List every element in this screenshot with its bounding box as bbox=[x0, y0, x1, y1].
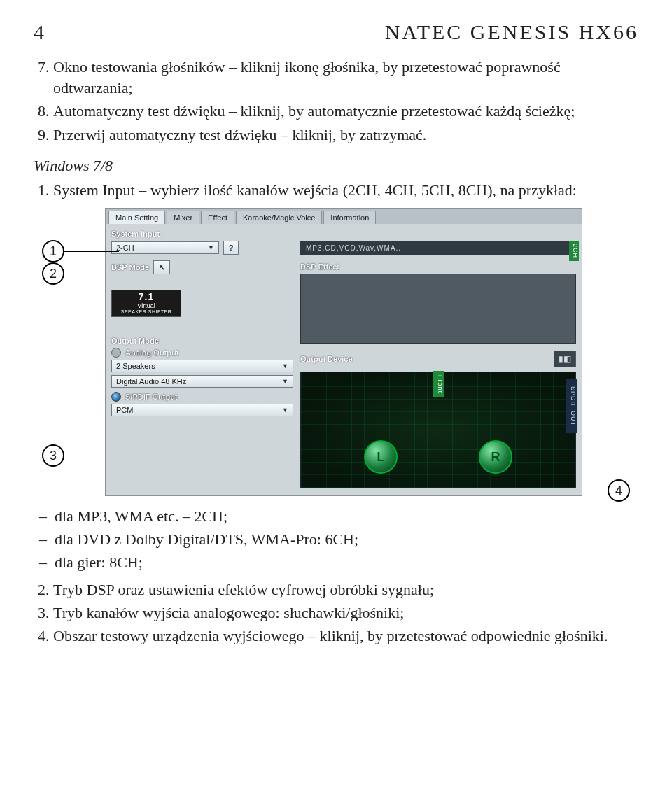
digital-audio-value: Digital Audio 48 KHz bbox=[116, 377, 186, 386]
dsp-effect-label: DSP Effect bbox=[300, 262, 576, 271]
spdif-output-value: PCM bbox=[116, 406, 133, 414]
analog-output-label: Analog Output bbox=[125, 348, 178, 357]
output-device-label: Output Device bbox=[300, 355, 353, 363]
radio-icon bbox=[111, 348, 121, 358]
page-number: 4 bbox=[34, 20, 44, 44]
bullet-list: dla MP3, WMA etc. – 2CH; dla DVD z Dolby… bbox=[34, 506, 638, 572]
analog-output-radio[interactable]: Analog Output bbox=[111, 348, 293, 358]
callout-2: 2 bbox=[42, 262, 64, 285]
callout-line bbox=[581, 491, 608, 491]
analog-output-value: 2 Speakers bbox=[116, 362, 155, 370]
system-input-dropdown[interactable]: 2-CH ▼ bbox=[111, 241, 219, 254]
callout-3: 3 bbox=[42, 444, 64, 467]
callout-line bbox=[64, 274, 119, 274]
dsp-mode-toggle[interactable]: ↖ bbox=[153, 260, 170, 274]
tab-effect[interactable]: Effect bbox=[201, 211, 234, 224]
virtual-badge-bot: SPEAKER SHIFTER bbox=[115, 309, 178, 315]
app-window: Main Setting Mixer Effect Karaoke/Magic … bbox=[105, 208, 582, 496]
list-item-7: Okno testowania głośników – kliknij ikon… bbox=[53, 57, 638, 98]
formats-text: MP3,CD,VCD,Wav,WMA.. bbox=[306, 244, 401, 252]
continued-numbered-list: Tryb DSP oraz ustawienia efektów cyfrowe… bbox=[34, 579, 638, 646]
page-header: 4 NATEC GENESIS HX66 bbox=[34, 17, 638, 44]
list-item-2: Tryb DSP oraz ustawienia efektów cyfrowe… bbox=[53, 579, 638, 600]
intro-numbered-list: Okno testowania głośników – kliknij ikon… bbox=[34, 57, 638, 146]
bullet-item: dla MP3, WMA etc. – 2CH; bbox=[55, 506, 638, 527]
list-item-8: Automatyczny test dźwięku – kliknij, by … bbox=[53, 101, 638, 122]
bullet-item: dla DVD z Dolby Digital/DTS, WMA-Pro: 6C… bbox=[55, 529, 638, 550]
windows-list: System Input – wybierz ilość kanałów wej… bbox=[34, 180, 638, 201]
callout-1: 1 bbox=[42, 240, 64, 262]
tag-2ch: 2CH bbox=[569, 241, 579, 261]
tab-mixer[interactable]: Mixer bbox=[167, 211, 200, 224]
list-item-9: Przerwij automatyczny test dźwięku – kli… bbox=[53, 125, 638, 146]
spdif-output-label: S/PDIF Output bbox=[125, 393, 178, 401]
dsp-effect-panel bbox=[300, 274, 576, 344]
chevron-down-icon: ▼ bbox=[282, 378, 288, 385]
virtual-speaker-badge[interactable]: 7.1 Virtual SPEAKER SHIFTER bbox=[111, 290, 181, 317]
digital-audio-dropdown[interactable]: Digital Audio 48 KHz ▼ bbox=[111, 375, 293, 388]
chevron-down-icon: ▼ bbox=[282, 362, 288, 369]
page-title: NATEC GENESIS HX66 bbox=[385, 20, 638, 44]
help-button[interactable]: ? bbox=[223, 241, 239, 255]
spdif-output-dropdown[interactable]: PCM ▼ bbox=[111, 404, 293, 416]
speaker-left-button[interactable]: L bbox=[364, 440, 398, 474]
spdif-output-radio[interactable]: S/PDIF Output bbox=[111, 392, 293, 402]
bullet-item: dla gier: 8CH; bbox=[55, 552, 638, 573]
callout-line bbox=[64, 251, 119, 252]
tab-information[interactable]: Information bbox=[323, 211, 376, 224]
list-item-3: Tryb kanałów wyjścia analogowego: słucha… bbox=[53, 602, 638, 623]
analog-output-dropdown[interactable]: 2 Speakers ▼ bbox=[111, 360, 293, 372]
list-item-win-1: System Input – wybierz ilość kanałów wej… bbox=[53, 180, 638, 201]
tag-front: Front bbox=[433, 371, 444, 397]
speaker-config-icon[interactable]: ▮◧ bbox=[554, 351, 576, 367]
radio-icon bbox=[111, 392, 121, 402]
formats-box: MP3,CD,VCD,Wav,WMA.. bbox=[300, 241, 576, 255]
chevron-down-icon: ▼ bbox=[208, 244, 214, 251]
callout-line bbox=[64, 456, 119, 456]
subheading-windows: Windows 7/8 bbox=[34, 155, 638, 176]
tab-karaoke[interactable]: Karaoke/Magic Voice bbox=[236, 211, 322, 224]
chevron-down-icon: ▼ bbox=[282, 407, 288, 414]
system-input-label: System Input bbox=[111, 230, 576, 238]
virtual-badge-mid: Virtual bbox=[115, 303, 178, 310]
output-mode-label: Output Mode bbox=[111, 337, 293, 345]
list-item-4: Obszar testowy urządzenia wyjściowego – … bbox=[53, 626, 638, 647]
callout-4: 4 bbox=[608, 479, 630, 502]
tag-spdif-out: SPDIF OUT bbox=[566, 379, 577, 433]
speaker-right-button[interactable]: R bbox=[479, 440, 512, 474]
speaker-test-stage: Front SPDIF OUT L R bbox=[300, 372, 576, 488]
tab-bar: Main Setting Mixer Effect Karaoke/Magic … bbox=[106, 209, 582, 224]
screenshot-figure: 1 2 3 4 Main Setting Mixer Effect Karaok… bbox=[42, 208, 630, 496]
tab-main-setting[interactable]: Main Setting bbox=[108, 211, 165, 224]
virtual-badge-top: 7.1 bbox=[115, 292, 178, 302]
